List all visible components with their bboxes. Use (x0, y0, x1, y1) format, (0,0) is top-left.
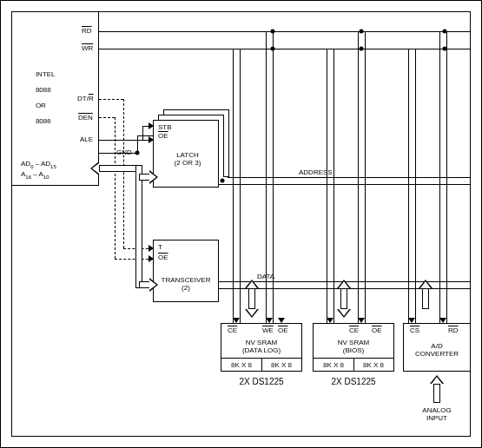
adc-vert3 (439, 31, 440, 323)
dtr-v (123, 99, 124, 248)
address-bus-bot (219, 184, 471, 185)
wr-tap2-icon (360, 47, 364, 51)
den-h (99, 117, 115, 118)
nvsram2-chipL: 8K X 8 (316, 361, 351, 369)
nv2-data-drop (340, 288, 347, 309)
nvsram1-bottom: 2X DS1225 (221, 377, 302, 387)
adc-cs-arrow-icon (408, 318, 415, 323)
nv1-data-arrowup-icon (245, 280, 259, 288)
nvsram2-bottom: 2X DS1225 (313, 377, 394, 387)
cpu-bus-down (135, 165, 142, 288)
cpu-label: INTEL 8088 OR 8086 (28, 63, 56, 133)
adc-rd-arrow-icon (439, 318, 446, 323)
analog-arrow-icon (430, 375, 444, 384)
nv2-data-arrowup-icon (337, 280, 351, 288)
dtr-h (99, 99, 123, 100)
nv2-vert3 (358, 31, 359, 323)
nv1-vert3 (266, 31, 267, 323)
nvsram1-we: WE (262, 326, 274, 334)
ale-to-stb (99, 140, 153, 141)
adc-vert1 (408, 49, 409, 323)
adc-data-drop (422, 288, 429, 309)
addr-dot-icon (221, 179, 225, 183)
adc-data-arrowup-icon (419, 280, 432, 288)
cpu-pin-wr: WR (82, 44, 93, 52)
nvsram2-oe: OE (372, 326, 382, 334)
nvsram1-chipL: 8K X 8 (224, 361, 259, 369)
analog-label: ANALOGINPUT (413, 406, 460, 422)
cpu-pin-ale: ALE (80, 135, 93, 143)
adc-rd: RD (448, 326, 459, 334)
nvsram1-chipR: 8K X 8 (264, 361, 299, 369)
adc-cs: CS (410, 326, 419, 334)
nvsram1-split (261, 358, 262, 372)
stb-vert (142, 126, 143, 140)
cpu-pin-a: A16 – A10 (21, 170, 50, 181)
cpu-bus-left (99, 165, 139, 172)
nv1-data-arrowdown-icon (245, 309, 259, 318)
nvsram2-chipR: 8K X 8 (356, 361, 391, 369)
cpu-bus-to-latch-arrow-icon (149, 170, 158, 184)
nv1-vert4 (273, 31, 274, 323)
xcvr-pin-t: T (158, 243, 162, 251)
diagram-canvas: INTEL 8088 OR 8086 RD WR DT/R DEN ALE GN… (0, 0, 482, 448)
nv2-vert2 (333, 49, 334, 323)
den-to-oe (115, 259, 153, 260)
den-v (115, 117, 116, 259)
gnd-dot-icon (135, 151, 140, 155)
nvsram1-ce: CE (228, 326, 237, 334)
nvsram2-split (353, 358, 354, 372)
adc-vert2 (415, 49, 416, 323)
nv2-vert1 (327, 49, 327, 323)
latch-pin-oe: OE (158, 132, 168, 140)
clip-frame: INTEL 8088 OR 8086 RD WR DT/R DEN ALE GN… (11, 11, 471, 437)
nv2-ctrl-arrow-icon (358, 318, 365, 323)
cpu-pin-den: DEN (78, 114, 93, 122)
transceiver-block (153, 240, 219, 302)
rd-line (99, 31, 471, 32)
latch-title: LATCH(2 OR 3) (170, 151, 205, 167)
xcvr-title: TRANSCEIVER(2) (156, 276, 215, 292)
nvsram1-title: NV SRAM(DATA LOG) (224, 339, 299, 354)
xcvr-pin-oe: OE (158, 254, 168, 261)
cpu-pin-ad: AD0 – AD15 (21, 160, 56, 171)
cpu-pin-rd: RD (82, 27, 92, 35)
nv1-data-drop (248, 288, 255, 309)
gnd-stub (99, 153, 137, 154)
nv1-vert2 (240, 49, 241, 323)
nv2-data-arrowdown-icon (337, 309, 351, 318)
nvsram2-title: NV SRAM(BIOS) (316, 339, 391, 354)
latch-pin-stb: STB (158, 123, 172, 131)
nv2-addr-arrow-icon (327, 318, 333, 323)
cpu-pin-dtr: DT/R (77, 95, 94, 102)
gnd-to-oe (137, 135, 153, 136)
adc-title: A/DCONVERTER (405, 342, 469, 358)
cpu-bus-leftarrow-icon (90, 161, 99, 175)
nvsram1-oe: OE (278, 326, 288, 334)
ale-arrow-icon (149, 136, 154, 143)
adc-vert4 (446, 31, 447, 323)
nvsram2-ce: CE (349, 326, 359, 334)
stb-arrow-icon (149, 122, 154, 129)
nv1-vert1 (233, 49, 234, 323)
analog-bus (433, 384, 440, 403)
cpu-bus-to-xcvr-arrow-icon (149, 278, 158, 292)
rd-tap2-icon (360, 30, 364, 34)
nv2-vert4 (365, 31, 366, 323)
address-bus-top (219, 177, 471, 178)
